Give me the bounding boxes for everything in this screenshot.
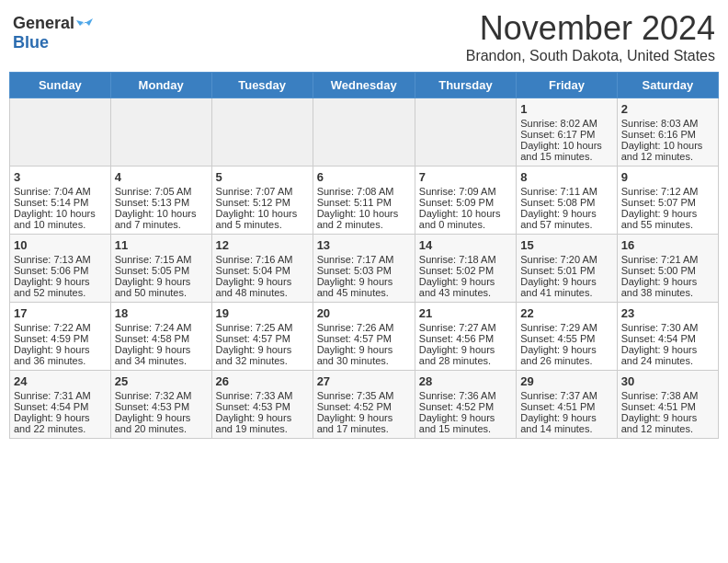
day-info: Daylight: 9 hours and 15 minutes. — [419, 412, 512, 434]
day-info: Sunset: 4:58 PM — [115, 333, 208, 344]
day-info: Daylight: 9 hours and 19 minutes. — [216, 412, 309, 434]
day-info: Sunset: 5:12 PM — [216, 197, 309, 208]
day-info: Daylight: 9 hours and 22 minutes. — [14, 412, 107, 434]
day-number: 9 — [621, 170, 714, 184]
calendar-cell: 12Sunrise: 7:16 AMSunset: 5:04 PMDayligh… — [211, 235, 313, 303]
calendar-cell: 13Sunrise: 7:17 AMSunset: 5:03 PMDayligh… — [313, 235, 415, 303]
day-number: 4 — [115, 170, 208, 184]
day-number: 30 — [621, 374, 714, 388]
title-area: November 2024 Brandon, South Dakota, Uni… — [466, 9, 715, 64]
calendar-cell: 25Sunrise: 7:32 AMSunset: 4:53 PMDayligh… — [110, 371, 211, 439]
day-number: 25 — [115, 374, 208, 388]
day-info: Sunrise: 8:03 AM — [621, 118, 714, 129]
day-info: Sunset: 5:00 PM — [621, 265, 714, 276]
day-header-sunday: Sunday — [10, 73, 111, 98]
day-info: Daylight: 9 hours and 57 minutes. — [520, 208, 613, 230]
day-info: Sunrise: 7:27 AM — [419, 322, 512, 333]
day-info: Sunrise: 7:05 AM — [115, 186, 208, 197]
day-info: Sunset: 5:11 PM — [317, 197, 411, 208]
day-number: 21 — [419, 306, 512, 320]
day-info: Sunrise: 7:26 AM — [317, 322, 411, 333]
calendar-cell: 15Sunrise: 7:20 AMSunset: 5:01 PMDayligh… — [517, 235, 618, 303]
day-info: Daylight: 10 hours and 15 minutes. — [520, 140, 613, 162]
page-header: General Blue November 2024 Brandon, Sout… — [9, 9, 719, 64]
day-info: Daylight: 10 hours and 2 minutes. — [317, 208, 411, 230]
day-info: Daylight: 9 hours and 55 minutes. — [621, 208, 714, 230]
day-info: Sunrise: 7:25 AM — [216, 322, 309, 333]
calendar-cell: 19Sunrise: 7:25 AMSunset: 4:57 PMDayligh… — [211, 303, 313, 371]
logo-blue: Blue — [13, 33, 49, 52]
calendar-cell: 7Sunrise: 7:09 AMSunset: 5:09 PMDaylight… — [415, 167, 516, 235]
day-info: Sunset: 5:02 PM — [419, 265, 512, 276]
calendar-cell: 9Sunrise: 7:12 AMSunset: 5:07 PMDaylight… — [617, 167, 718, 235]
day-info: Sunrise: 7:36 AM — [419, 390, 512, 401]
day-info: Sunset: 4:57 PM — [317, 333, 411, 344]
day-info: Sunset: 6:17 PM — [520, 129, 613, 140]
day-info: Sunset: 5:13 PM — [115, 197, 208, 208]
day-number: 24 — [14, 374, 107, 388]
day-info: Daylight: 9 hours and 28 minutes. — [419, 344, 512, 366]
day-number: 15 — [520, 238, 613, 252]
day-info: Daylight: 10 hours and 5 minutes. — [216, 208, 309, 230]
day-number: 6 — [317, 170, 411, 184]
calendar-cell: 2Sunrise: 8:03 AMSunset: 6:16 PMDaylight… — [617, 98, 718, 167]
calendar-cell: 16Sunrise: 7:21 AMSunset: 5:00 PMDayligh… — [617, 235, 718, 303]
day-info: Sunrise: 7:22 AM — [14, 322, 107, 333]
day-number: 5 — [216, 170, 309, 184]
day-info: Sunrise: 7:16 AM — [216, 254, 309, 265]
logo: General Blue — [13, 9, 93, 52]
calendar-cell: 6Sunrise: 7:08 AMSunset: 5:11 PMDaylight… — [313, 167, 415, 235]
day-number: 12 — [216, 238, 309, 252]
day-info: Sunset: 4:52 PM — [317, 401, 411, 412]
day-info: Sunset: 5:03 PM — [317, 265, 411, 276]
day-info: Sunrise: 7:18 AM — [419, 254, 512, 265]
calendar-cell — [110, 98, 211, 167]
day-info: Sunset: 5:14 PM — [14, 197, 107, 208]
day-number: 13 — [317, 238, 411, 252]
day-info: Daylight: 9 hours and 38 minutes. — [621, 276, 714, 298]
calendar-cell: 21Sunrise: 7:27 AMSunset: 4:56 PMDayligh… — [415, 303, 516, 371]
day-info: Sunrise: 7:24 AM — [115, 322, 208, 333]
day-info: Sunset: 5:01 PM — [520, 265, 613, 276]
calendar-header-row: SundayMondayTuesdayWednesdayThursdayFrid… — [10, 73, 719, 98]
day-number: 8 — [520, 170, 613, 184]
day-info: Daylight: 9 hours and 17 minutes. — [317, 412, 411, 434]
day-info: Sunrise: 7:37 AM — [520, 390, 613, 401]
day-info: Sunrise: 7:13 AM — [14, 254, 107, 265]
day-info: Daylight: 9 hours and 41 minutes. — [520, 276, 613, 298]
calendar-cell: 4Sunrise: 7:05 AMSunset: 5:13 PMDaylight… — [110, 167, 211, 235]
day-info: Sunset: 5:08 PM — [520, 197, 613, 208]
day-number: 14 — [419, 238, 512, 252]
day-number: 27 — [317, 374, 411, 388]
day-info: Sunrise: 7:21 AM — [621, 254, 714, 265]
day-header-saturday: Saturday — [617, 73, 718, 98]
day-info: Sunset: 5:05 PM — [115, 265, 208, 276]
day-info: Sunset: 4:57 PM — [216, 333, 309, 344]
day-info: Sunset: 4:53 PM — [115, 401, 208, 412]
day-info: Daylight: 9 hours and 26 minutes. — [520, 344, 613, 366]
logo-bird-icon — [76, 13, 93, 29]
day-number: 18 — [115, 306, 208, 320]
day-info: Sunrise: 7:11 AM — [520, 186, 613, 197]
day-info: Sunrise: 7:09 AM — [419, 186, 512, 197]
day-info: Daylight: 9 hours and 52 minutes. — [14, 276, 107, 298]
day-info: Daylight: 9 hours and 20 minutes. — [115, 412, 208, 434]
day-info: Sunrise: 7:07 AM — [216, 186, 309, 197]
day-number: 10 — [14, 238, 107, 252]
day-info: Sunrise: 7:31 AM — [14, 390, 107, 401]
day-number: 19 — [216, 306, 309, 320]
calendar-cell: 18Sunrise: 7:24 AMSunset: 4:58 PMDayligh… — [110, 303, 211, 371]
day-info: Sunrise: 7:08 AM — [317, 186, 411, 197]
day-info: Sunrise: 7:33 AM — [216, 390, 309, 401]
day-header-wednesday: Wednesday — [313, 73, 415, 98]
calendar-cell — [313, 98, 415, 167]
calendar-cell: 29Sunrise: 7:37 AMSunset: 4:51 PMDayligh… — [517, 371, 618, 439]
day-info: Sunrise: 7:20 AM — [520, 254, 613, 265]
calendar-cell: 1Sunrise: 8:02 AMSunset: 6:17 PMDaylight… — [517, 98, 618, 167]
day-info: Sunrise: 7:15 AM — [115, 254, 208, 265]
day-info: Sunset: 4:59 PM — [14, 333, 107, 344]
day-number: 22 — [520, 306, 613, 320]
day-header-monday: Monday — [110, 73, 211, 98]
day-info: Daylight: 9 hours and 45 minutes. — [317, 276, 411, 298]
day-number: 3 — [14, 170, 107, 184]
